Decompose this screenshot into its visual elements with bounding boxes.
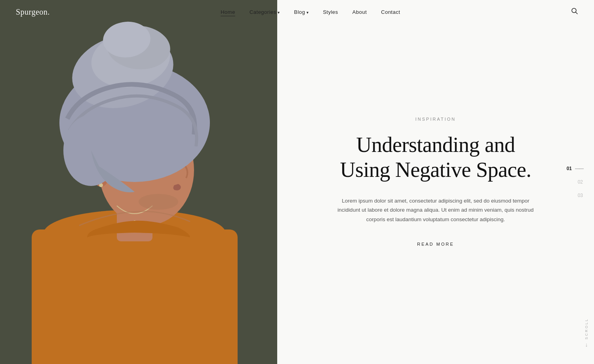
navigation: Spurgeon. Home Categories Blog Styles Ab… <box>0 0 594 24</box>
slide-indicator-1[interactable]: 01 <box>567 166 583 171</box>
svg-line-1 <box>575 12 577 14</box>
nav-link-categories[interactable]: Categories <box>249 9 280 15</box>
nav-item-about[interactable]: About <box>352 8 367 15</box>
slide-number-1: 01 <box>567 166 572 171</box>
svg-point-0 <box>572 8 576 13</box>
nav-link-styles[interactable]: Styles <box>323 9 338 15</box>
hero-image <box>0 0 277 364</box>
slide-indicators: 01 02 03 <box>567 166 583 198</box>
nav-link-contact[interactable]: Contact <box>381 9 400 15</box>
main-container: INSPIRATION Understanding and Using Nega… <box>0 0 594 364</box>
nav-item-categories[interactable]: Categories <box>249 8 280 15</box>
site-logo[interactable]: Spurgeon. <box>16 8 50 17</box>
scroll-arrow-icon: ↓ <box>585 342 588 348</box>
scroll-label: SCROLL <box>584 318 588 339</box>
nav-link-blog[interactable]: Blog <box>294 9 309 15</box>
hero-image-panel <box>0 0 277 364</box>
scroll-indicator: SCROLL ↓ <box>584 318 588 348</box>
slide-indicator-3[interactable]: 03 <box>578 193 583 198</box>
photo-background <box>0 0 277 364</box>
nav-item-contact[interactable]: Contact <box>381 8 400 15</box>
article-content: INSPIRATION Understanding and Using Nega… <box>333 117 539 247</box>
content-panel: INSPIRATION Understanding and Using Nega… <box>277 0 594 364</box>
nav-link-about[interactable]: About <box>352 9 367 15</box>
slide-number-3: 03 <box>578 193 583 198</box>
article-category: INSPIRATION <box>333 117 539 121</box>
nav-item-blog[interactable]: Blog <box>294 8 309 15</box>
article-excerpt: Lorem ipsum dolor sit amet, consectetur … <box>333 196 539 224</box>
search-icon[interactable] <box>571 8 578 17</box>
slide-indicator-2[interactable]: 02 <box>578 179 583 185</box>
read-more-link[interactable]: READ MORE <box>417 242 454 246</box>
nav-item-styles[interactable]: Styles <box>323 8 338 15</box>
svg-point-17 <box>139 194 178 210</box>
nav-item-home[interactable]: Home <box>221 8 235 15</box>
nav-link-home[interactable]: Home <box>221 9 235 16</box>
article-title: Understanding and Using Negative Space. <box>333 133 539 182</box>
slide-number-2: 02 <box>578 179 583 185</box>
nav-menu: Home Categories Blog Styles About Contac… <box>221 8 400 15</box>
